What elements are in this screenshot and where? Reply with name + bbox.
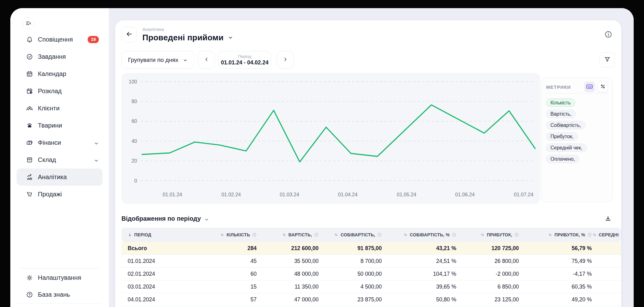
sidebar-item-label: Фінанси xyxy=(38,139,61,146)
chevron-down-icon xyxy=(94,140,99,145)
sidebar-item-label: Тварини xyxy=(38,122,62,129)
calendar-icon xyxy=(26,70,33,78)
sidebar: Сповіщення19ЗавданняКалендарРозкладКлієн… xyxy=(10,8,109,307)
x-axis-tick: 01.02.24 xyxy=(221,192,241,197)
metrics-title: МЕТРИКИ xyxy=(546,84,571,90)
x-axis-tick: 01.07.24 xyxy=(514,192,533,197)
column-header-прибуток-[interactable]: ПРИБУТОК, % xyxy=(521,232,594,237)
chevron-left-icon xyxy=(204,57,209,63)
breadcrumb: Аналітика xyxy=(142,27,233,32)
group-by-dropdown[interactable]: Групувати по днях xyxy=(121,51,194,69)
next-period-button[interactable] xyxy=(277,51,294,69)
back-button[interactable] xyxy=(121,27,137,42)
chevron-down-icon xyxy=(183,58,188,63)
box-icon xyxy=(26,156,33,164)
y-axis-tick: 40 xyxy=(131,138,137,144)
sidebar-item-tasks[interactable]: Завдання xyxy=(17,48,103,65)
column-header-середні[interactable]: СЕРЕДНІ xyxy=(594,232,621,237)
gear-icon xyxy=(26,274,33,281)
bar-chart-icon xyxy=(26,174,33,181)
sidebar-item-settings[interactable]: Налаштування xyxy=(17,270,103,285)
page-header: Аналітика Проведені прийоми xyxy=(121,27,615,42)
sidebar-item-clients[interactable]: Клієнти xyxy=(17,100,103,117)
column-header-кількість[interactable]: КІЛЬКІСТЬ xyxy=(197,232,259,237)
cell-value: 6 850,00 xyxy=(459,284,521,290)
report-switcher[interactable]: Проведені прийоми xyxy=(142,33,233,43)
display-mode-dropdown[interactable]: Відображення по періоду xyxy=(121,215,209,222)
cell-value: 104,17 % xyxy=(384,271,459,277)
page-title: Проведені прийоми xyxy=(142,33,223,43)
sort-both-icon xyxy=(480,233,485,237)
cell-value: 47 000,00 xyxy=(259,296,321,303)
sidebar-item-label: База знань xyxy=(38,291,70,298)
sidebar-item-knowledge-base[interactable]: База знань xyxy=(17,287,103,302)
notifications-badge: 19 xyxy=(88,36,99,43)
sidebar-item-calendar[interactable]: Календар xyxy=(17,65,103,83)
metric-chip-прибуток-[interactable]: Прибуток, xyxy=(546,132,578,141)
task-check-icon xyxy=(26,53,33,60)
sidebar-item-label: Аналітика xyxy=(38,174,67,181)
sidebar-collapse-button[interactable] xyxy=(23,17,34,29)
x-axis-tick: 01.05.24 xyxy=(397,192,416,197)
sidebar-item-stock[interactable]: Склад xyxy=(17,151,103,169)
sort-both-icon xyxy=(220,233,224,237)
y-axis-tick: 0 xyxy=(134,178,137,184)
table-total-row[interactable]: Всього284212 600,0091 875,0043,21 %120 7… xyxy=(121,242,621,255)
table-row[interactable]: 02.01.20246048 000,0050 000,00104,17 %-2… xyxy=(121,268,621,280)
column-header-label: ПРИБУТОК, xyxy=(487,232,512,237)
filter-button[interactable] xyxy=(600,52,615,68)
info-circle-icon xyxy=(452,233,456,237)
numeric-mode-button[interactable]: 123 xyxy=(584,82,595,92)
cell-value: 120 725,00 xyxy=(459,245,521,252)
column-header-прибуток-[interactable]: ПРИБУТОК, xyxy=(459,232,521,237)
sidebar-item-finance[interactable]: Фінанси xyxy=(17,134,103,151)
table-row[interactable]: 01.01.20244535 500,008 700,0024,51 %26 8… xyxy=(121,255,621,268)
cell-value: 35 500,00 xyxy=(259,258,321,264)
sort-both-icon xyxy=(334,233,338,237)
download-button[interactable] xyxy=(604,215,612,222)
line-chart-panel: 10080604020001.01.2401.02.2401.03.2401.0… xyxy=(121,73,540,204)
chevron-right-icon xyxy=(283,57,288,63)
metric-chip-середній-чек-[interactable]: Середній чек, xyxy=(546,143,587,152)
back-arrow-icon xyxy=(125,30,133,39)
period-picker[interactable]: Період 01.01.24 - 04.02.24 xyxy=(218,51,271,69)
column-header-label: ВАРТІСТЬ, xyxy=(289,232,312,237)
info-circle-icon xyxy=(314,233,319,237)
cell-value: 57 xyxy=(197,296,259,303)
table-row[interactable]: 03.01.20241511 350,004 500,0039,65 %6 85… xyxy=(121,280,621,293)
sidebar-item-label: Календар xyxy=(38,70,66,78)
sidebar-item-schedule[interactable]: Розклад xyxy=(17,83,103,100)
cell-value: 60 xyxy=(197,271,259,277)
cell-value: 284 xyxy=(197,245,259,252)
cell-value: 50,80 % xyxy=(384,296,459,303)
sidebar-item-label: Завдання xyxy=(38,53,66,60)
sort-desc-icon xyxy=(128,233,132,237)
period-table: ПЕРІОДКІЛЬКІСТЬВАРТІСТЬ,СОБІВАРТІСТЬ,СОБ… xyxy=(121,228,621,306)
metric-chip-вартість-[interactable]: Вартість, xyxy=(546,110,576,118)
column-header-собівартість-[interactable]: СОБІВАРТІСТЬ, % xyxy=(384,232,459,237)
title-block: Аналітика Проведені прийоми xyxy=(142,27,233,43)
cell-period: Всього xyxy=(121,245,197,252)
main-area: Аналітика Проведені прийоми Г xyxy=(109,8,634,307)
column-header-вартість-[interactable]: ВАРТІСТЬ, xyxy=(259,232,321,237)
info-icon[interactable] xyxy=(604,30,612,38)
sidebar-item-analytics[interactable]: Аналітика xyxy=(17,169,103,186)
period-value: 01.01.24 - 04.02.24 xyxy=(221,59,268,66)
svg-text:123: 123 xyxy=(588,85,591,88)
sidebar-item-notifications[interactable]: Сповіщення19 xyxy=(17,31,103,48)
metrics-divider xyxy=(546,93,608,93)
x-axis-tick: 01.01.24 xyxy=(163,192,182,197)
column-header-період[interactable]: ПЕРІОД xyxy=(121,232,197,237)
funnel-icon xyxy=(604,56,611,64)
sidebar-item-animals[interactable]: Тварини xyxy=(17,117,103,134)
table-row[interactable]: 04.01.20245747 000,0023 875,0050,80 %23 … xyxy=(121,293,621,306)
cell-value: 26 800,00 xyxy=(459,258,521,264)
metric-chip-собівартість-[interactable]: Собівартість, xyxy=(546,121,585,129)
metric-chip-кількість[interactable]: Кількість xyxy=(546,98,575,107)
previous-period-button[interactable] xyxy=(198,51,215,69)
sidebar-item-sales[interactable]: Продажі xyxy=(17,186,103,203)
column-header-собівартість-[interactable]: СОБІВАРТІСТЬ, xyxy=(321,232,384,237)
percent-mode-button[interactable] xyxy=(597,82,608,92)
metric-chip-оплачено-[interactable]: Оплачено, xyxy=(546,155,579,163)
bell-icon xyxy=(26,36,33,43)
